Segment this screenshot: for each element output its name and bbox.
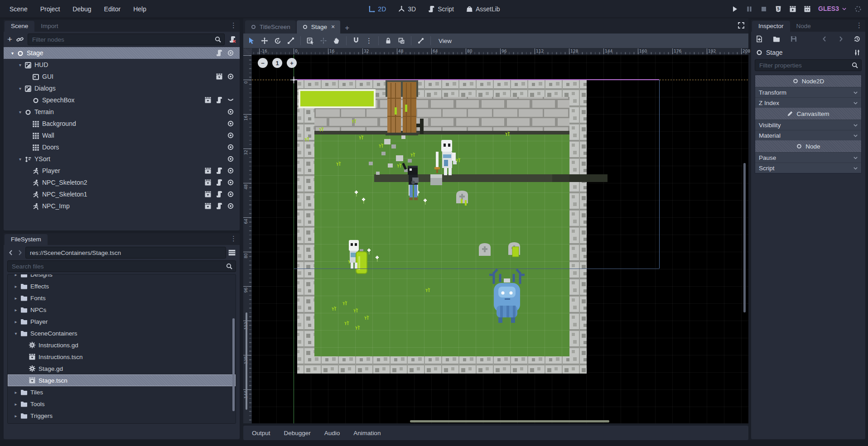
nav-forward-icon[interactable] [16, 249, 24, 256]
bottom-panel-output[interactable]: Output [252, 430, 270, 436]
load-resource-icon[interactable] [773, 35, 780, 43]
mode-assetlib[interactable]: AssetLib [466, 5, 500, 13]
mode-3d[interactable]: 3D [398, 5, 416, 13]
move-tool[interactable] [261, 37, 268, 44]
category-node2d[interactable]: Node2D [755, 75, 861, 87]
scale-tool[interactable] [287, 37, 294, 44]
property-group-script[interactable]: Script [755, 163, 861, 173]
canvas-left-scrollbar[interactable] [246, 312, 247, 410]
scene-node-hud[interactable]: ▾ HUD [4, 59, 240, 71]
bottom-panel-animation[interactable]: Animation [353, 430, 381, 436]
attached-script-icon[interactable] [216, 49, 223, 57]
save-resource-icon[interactable] [790, 35, 797, 43]
expand-arrow[interactable]: ▾ [12, 331, 19, 336]
scene-node-npc-skeleton2[interactable]: NPC_Skeleton2 [4, 177, 240, 188]
visibility-icon[interactable] [227, 144, 234, 151]
file-item-scenecontainers[interactable]: ▾ SceneContainers [8, 327, 236, 339]
distraction-free-icon[interactable] [738, 22, 745, 29]
bottom-panel-debugger[interactable]: Debugger [284, 430, 311, 436]
extra-tools-icon[interactable] [854, 49, 861, 56]
expand-arrow[interactable]: ▾ [17, 62, 24, 67]
open-scene-icon[interactable] [204, 179, 212, 186]
file-item-npcs[interactable]: ▸ NPCs [8, 304, 236, 316]
scene-node-speechbox[interactable]: SpeechBox [4, 94, 240, 106]
expand-arrow[interactable]: ▾ [17, 157, 24, 162]
file-item-instructions-tscn[interactable]: Instructions.tscn [8, 351, 236, 363]
expand-arrow[interactable]: ▸ [12, 307, 19, 312]
visibility-icon[interactable] [227, 167, 234, 174]
scene-node-ysort[interactable]: ▾ YSort [4, 153, 240, 165]
smart-snap-toggle[interactable] [352, 37, 360, 44]
view-menu-button[interactable]: View [437, 38, 452, 44]
visibility-icon[interactable] [227, 49, 234, 57]
canvas-content[interactable]: − 1 + [252, 55, 748, 423]
pause-button[interactable] [746, 5, 753, 13]
canvas-vertical-scrollbar[interactable] [743, 163, 746, 312]
category-node[interactable]: Node [755, 140, 861, 152]
detach-script-button[interactable] [229, 36, 236, 43]
pivot-tool[interactable] [320, 37, 327, 44]
visibility-icon[interactable] [227, 73, 234, 80]
zoom-in-button[interactable]: + [287, 58, 297, 68]
file-item-tools[interactable]: ▸ Tools [8, 398, 236, 410]
visibility-icon[interactable] [227, 179, 234, 186]
scene-node-npc-skeleton1[interactable]: NPC_Skeleton1 [4, 188, 240, 200]
expand-arrow[interactable]: ▸ [12, 319, 19, 324]
open-scene-icon[interactable] [216, 73, 223, 80]
expand-arrow[interactable]: ▾ [9, 51, 16, 56]
file-item-stage-tscn[interactable]: Stage.tscn [8, 374, 236, 386]
renderer-dropdown[interactable]: GLES3 [818, 5, 847, 12]
attached-script-icon[interactable] [216, 96, 223, 104]
tab-inspector[interactable]: Inspector [752, 21, 790, 32]
scene-node-stage[interactable]: ▾ Stage [4, 47, 240, 59]
file-item-fonts[interactable]: ▸ Fonts [8, 292, 236, 304]
open-scene-icon[interactable] [204, 167, 212, 174]
scene-node-wall[interactable]: Wall [4, 129, 240, 141]
select-tool[interactable] [248, 37, 255, 44]
canvas-horizontal-scrollbar[interactable] [410, 420, 609, 422]
visibility-icon[interactable] [227, 132, 234, 139]
mode-2d[interactable]: 2D [368, 5, 386, 13]
play-scene-button[interactable] [789, 5, 796, 13]
new-scene-tab-button[interactable]: + [341, 23, 353, 34]
filesystem-dock-menu-icon[interactable]: ⋮ [230, 235, 237, 242]
tab-scene[interactable]: Scene [5, 21, 34, 32]
visibility-icon[interactable] [227, 108, 234, 115]
object-history-icon[interactable] [854, 35, 861, 43]
visibility-icon[interactable] [227, 155, 234, 163]
play-html5-button[interactable] [775, 5, 782, 13]
file-item-triggers[interactable]: ▸ Triggers [8, 410, 236, 422]
canvas-2d-editor[interactable]: -160163248648096112128144160176192208 01… [243, 48, 748, 423]
list-select-tool[interactable] [307, 37, 314, 44]
skeleton-options-button[interactable] [417, 37, 424, 44]
split-mode-button[interactable] [228, 249, 236, 257]
menu-editor[interactable]: Editor [98, 3, 127, 15]
file-item-player[interactable]: ▸ Player [8, 316, 236, 327]
filter-nodes-input[interactable] [28, 34, 225, 45]
search-files-input[interactable] [7, 260, 236, 272]
history-back-icon[interactable] [821, 35, 828, 43]
play-button[interactable] [731, 5, 738, 13]
file-item-stage-gd[interactable]: Stage.gd [8, 363, 236, 374]
scene-tab-stage[interactable]: Stage × [297, 20, 340, 34]
expand-arrow[interactable]: ▸ [12, 402, 19, 407]
expand-arrow[interactable]: ▸ [12, 274, 19, 277]
property-group-visibility[interactable]: Visibility [755, 120, 861, 130]
rotate-tool[interactable] [274, 37, 281, 44]
file-item-tiles[interactable]: ▸ Tiles [8, 386, 236, 398]
expand-arrow[interactable]: ▾ [17, 110, 24, 115]
expand-arrow[interactable]: ▸ [12, 413, 19, 418]
open-scene-icon[interactable] [204, 202, 212, 210]
scene-node-player[interactable]: Player [4, 165, 240, 177]
expand-arrow[interactable]: ▸ [12, 284, 19, 289]
expand-arrow[interactable]: ▸ [12, 296, 19, 301]
history-forward-icon[interactable] [837, 35, 844, 43]
attached-script-icon[interactable] [216, 202, 223, 210]
property-group-transform[interactable]: Transform [755, 87, 861, 97]
visibility-hidden-icon[interactable] [227, 96, 234, 104]
menu-help[interactable]: Help [127, 3, 152, 15]
attached-script-icon[interactable] [216, 179, 223, 186]
add-node-button[interactable]: + [7, 36, 12, 43]
menu-debug[interactable]: Debug [67, 3, 97, 15]
menu-scene[interactable]: Scene [4, 3, 34, 15]
